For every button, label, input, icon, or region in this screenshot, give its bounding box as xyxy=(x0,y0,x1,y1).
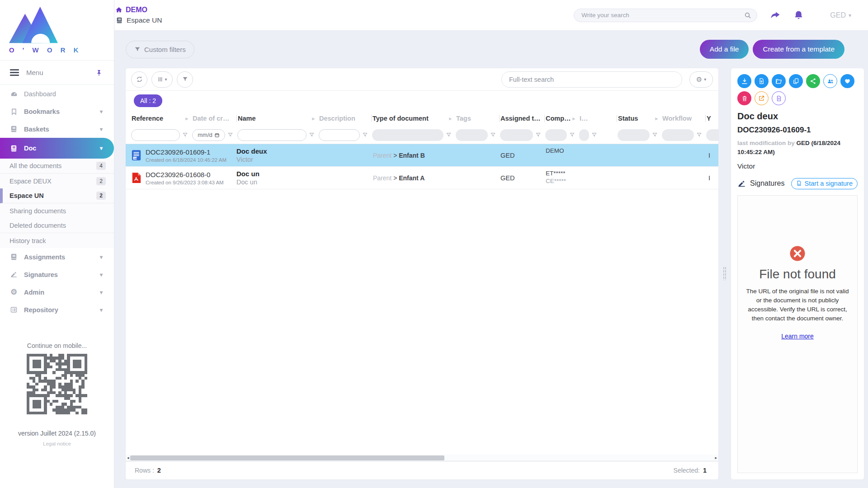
funnel-icon[interactable] xyxy=(652,132,658,138)
column-header-y[interactable]: Y xyxy=(705,111,718,126)
sidebar-item-baskets[interactable]: Baskets ▾ xyxy=(0,120,114,138)
column-header-company[interactable]: Comp…▸ xyxy=(544,111,578,126)
expand-column-icon[interactable]: ▸ xyxy=(185,116,188,122)
create-from-template-button[interactable]: Create from a template xyxy=(753,40,844,59)
pin-sidebar-icon[interactable] xyxy=(95,69,103,76)
qr-code xyxy=(27,354,87,414)
all-filter-badge[interactable]: All : 2 xyxy=(134,94,162,107)
legal-notice-link[interactable]: Legal notice xyxy=(43,441,71,446)
scrollbar-thumb[interactable] xyxy=(130,455,444,460)
row-name: Doc un xyxy=(236,170,371,178)
open-folder-button[interactable] xyxy=(772,74,786,88)
reference-filter-input[interactable] xyxy=(131,129,180,141)
document-button[interactable] xyxy=(772,91,786,105)
share-button[interactable] xyxy=(806,74,820,88)
funnel-icon[interactable] xyxy=(227,132,233,138)
date-filter-input[interactable]: mm/d xyxy=(192,129,225,141)
table-row[interactable]: DOC230926-01608-0 Created on 9/26/2023 3… xyxy=(126,167,718,189)
column-header-workflow[interactable]: Workflow xyxy=(661,111,705,126)
expand-column-icon[interactable]: ▸ xyxy=(449,116,452,122)
breadcrumb-root[interactable]: DEMO xyxy=(115,6,162,14)
breadcrumb-current[interactable]: Espace UN xyxy=(115,16,162,24)
share-arrow-icon[interactable] xyxy=(770,10,781,21)
sidebar-item-assignments[interactable]: Assignments ▾ xyxy=(0,248,114,266)
row-overflow-text: I xyxy=(705,152,718,159)
column-header-name[interactable]: Name▸ xyxy=(236,111,318,126)
description-filter-input[interactable] xyxy=(319,129,360,141)
custom-filters-button[interactable]: Custom filters xyxy=(126,41,194,58)
columns-button[interactable]: ▾ xyxy=(151,71,173,88)
favorite-heart-button[interactable] xyxy=(840,74,854,88)
notifications-bell-icon[interactable] xyxy=(793,10,804,20)
breadcrumb: DEMO Espace UN xyxy=(115,6,162,24)
horizontal-scrollbar[interactable]: ◂ ▸ xyxy=(126,455,718,461)
column-header-tags[interactable]: Tags xyxy=(455,111,499,126)
expand-column-icon[interactable]: ▸ xyxy=(655,116,658,122)
tags-filter-disabled xyxy=(456,129,488,141)
delete-button[interactable] xyxy=(737,91,751,105)
column-header-date[interactable]: Date of cr… xyxy=(191,111,236,126)
column-header-status[interactable]: Status▸ xyxy=(617,111,661,126)
add-file-button[interactable]: Add a file xyxy=(700,40,749,59)
y-filter-disabled xyxy=(706,129,718,141)
funnel-icon[interactable] xyxy=(309,132,315,138)
table-row[interactable]: ≡w DOC230926-01609-1 Created on 6/18/202… xyxy=(126,144,718,167)
sidebar-item-all-documents[interactable]: All the documents 4 xyxy=(0,159,114,174)
sidebar-item-label: Repository xyxy=(24,306,58,314)
download-button[interactable] xyxy=(737,74,751,88)
scroll-left-icon[interactable]: ◂ xyxy=(127,455,129,460)
row-created: Created on 6/18/2024 10:45:22 AM xyxy=(146,157,226,163)
row-company: ET***** CE***** xyxy=(544,167,617,189)
external-link-button[interactable] xyxy=(755,91,769,105)
column-header-reference[interactable]: Reference▸ xyxy=(126,111,191,126)
column-header-type[interactable]: Type of document▸ xyxy=(371,111,455,126)
chevron-down-icon: ▾ xyxy=(704,77,706,82)
sidebar-item-espace-un[interactable]: Espace UN 2 xyxy=(0,188,114,203)
sidebar-item-dashboard[interactable]: Dashboard xyxy=(0,85,114,103)
sidebar-item-bookmarks[interactable]: Bookmarks ▾ xyxy=(0,103,114,120)
sidebar-item-espace-deux[interactable]: Espace DEUX 2 xyxy=(0,174,114,188)
copy-button[interactable] xyxy=(789,74,803,88)
funnel-icon xyxy=(134,46,141,52)
calendar-icon xyxy=(214,132,220,138)
fulltext-search-input[interactable] xyxy=(509,76,675,83)
sidebar-item-sharing-documents[interactable]: Sharing documents xyxy=(0,203,114,218)
bookmark-icon xyxy=(9,107,18,116)
users-button[interactable] xyxy=(823,74,837,88)
sidebar-item-deleted-documents[interactable]: Deleted documents xyxy=(0,218,114,233)
funnel-icon[interactable] xyxy=(182,132,188,138)
sidebar-item-history-track[interactable]: History track xyxy=(0,233,114,248)
filter-button[interactable] xyxy=(177,71,193,88)
name-filter-input[interactable] xyxy=(237,129,307,141)
funnel-icon[interactable] xyxy=(591,132,597,138)
chevron-down-icon: ▾ xyxy=(100,126,103,132)
start-signature-button[interactable]: Start a signature xyxy=(791,178,858,189)
funnel-icon[interactable] xyxy=(569,132,575,138)
learn-more-link[interactable]: Learn more xyxy=(781,333,814,340)
column-header-i[interactable]: I… xyxy=(578,111,617,126)
sidebar-item-doc[interactable]: Doc ▾ xyxy=(0,138,114,159)
sidebar-item-repository[interactable]: Repository ▾ xyxy=(0,301,114,319)
panel-resize-handle[interactable] xyxy=(723,267,726,280)
table-settings-button[interactable]: ⚙ ▾ xyxy=(689,71,713,88)
hamburger-icon[interactable] xyxy=(10,69,19,76)
funnel-icon[interactable] xyxy=(535,132,541,138)
funnel-icon[interactable] xyxy=(490,132,496,138)
search-icon[interactable] xyxy=(744,12,751,19)
refresh-button[interactable] xyxy=(131,71,147,88)
column-header-assigned[interactable]: Assigned t… xyxy=(499,111,544,126)
sidebar-item-signatures[interactable]: Signatures ▾ xyxy=(0,266,114,283)
funnel-icon[interactable] xyxy=(446,132,452,138)
funnel-icon[interactable] xyxy=(696,132,702,138)
row-document-type: Parent > Enfant A xyxy=(371,174,499,182)
upload-file-button[interactable] xyxy=(755,74,769,88)
funnel-icon[interactable] xyxy=(362,132,368,138)
global-search-input[interactable] xyxy=(581,12,744,19)
sidebar-item-admin[interactable]: ⚙ Admin ▾ xyxy=(0,283,114,301)
sidebar: O ' W O R K Menu Dashboard Bookmarks ▾ xyxy=(0,0,114,488)
scroll-right-icon[interactable]: ▸ xyxy=(715,455,717,460)
expand-column-icon[interactable]: ▸ xyxy=(312,116,315,122)
user-menu[interactable]: GED ▾ xyxy=(830,11,851,19)
column-header-description[interactable]: Description xyxy=(318,111,371,126)
expand-column-icon[interactable]: ▸ xyxy=(572,116,575,122)
